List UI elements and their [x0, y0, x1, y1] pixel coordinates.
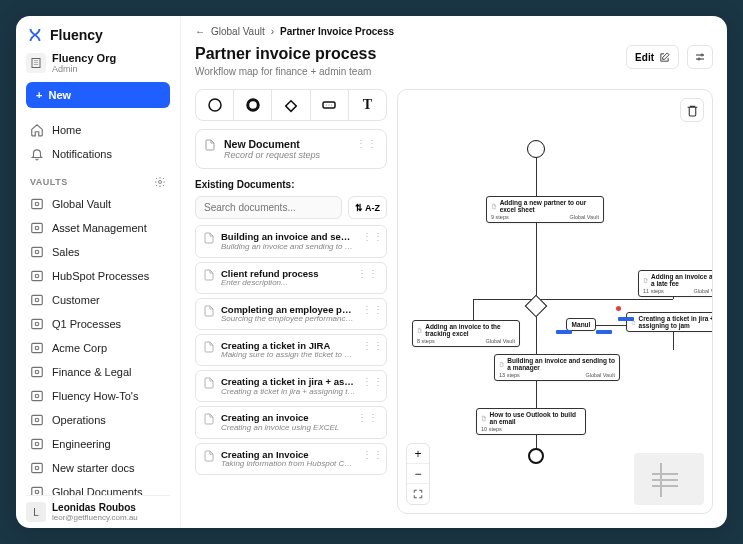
document-item[interactable]: Creating a ticket in JIRAMaking sure to … — [195, 334, 387, 366]
shape-rect[interactable] — [311, 90, 349, 120]
svg-rect-12 — [32, 319, 43, 328]
vault-item[interactable]: Asset Management — [26, 216, 170, 240]
end-node[interactable] — [528, 448, 544, 464]
document-item[interactable]: Creating an InvoiceTaking information fr… — [195, 443, 387, 475]
shape-diamond[interactable] — [272, 90, 310, 120]
fluency-logo-icon — [26, 26, 44, 44]
svg-point-31 — [248, 100, 259, 111]
vault-item[interactable]: HubSpot Processes — [26, 264, 170, 288]
vault-item[interactable]: Engineering — [26, 432, 170, 456]
document-item[interactable]: Completing an employee perform...Sourcin… — [195, 298, 387, 330]
drag-handle-icon[interactable]: ⋮⋮ — [362, 449, 384, 460]
svg-point-36 — [331, 105, 332, 106]
shape-toolbar: T — [195, 89, 387, 121]
vault-item[interactable]: Global Vault — [26, 192, 170, 216]
shape-circle-bold[interactable] — [234, 90, 272, 120]
settings-button[interactable] — [687, 45, 713, 69]
vault-icon — [30, 389, 44, 403]
org-name: Fluency Org — [52, 52, 116, 64]
drag-handle-icon[interactable]: ⋮⋮ — [362, 376, 384, 387]
flow-node[interactable]: Building an invoice and sending to a man… — [494, 354, 620, 381]
zoom-in-button[interactable]: + — [407, 444, 429, 464]
breadcrumb-parent[interactable]: Global Vault — [211, 26, 265, 37]
gear-icon[interactable] — [154, 176, 166, 188]
vault-item[interactable]: Finance & Legal — [26, 360, 170, 384]
svg-point-11 — [35, 298, 39, 302]
vault-item[interactable]: Fluency How-To's — [26, 384, 170, 408]
zoom-out-button[interactable]: − — [407, 464, 429, 484]
document-item[interactable]: Creating a ticket in jira + assignin...C… — [195, 370, 387, 402]
breadcrumb-current: Partner Invoice Process — [280, 26, 394, 37]
home-icon — [30, 123, 44, 137]
vault-item[interactable]: Acme Corp — [26, 336, 170, 360]
vault-item[interactable]: Sales — [26, 240, 170, 264]
sort-button[interactable]: ⇅ A-Z — [348, 196, 387, 219]
svg-point-3 — [35, 202, 39, 206]
start-node[interactable] — [527, 140, 545, 158]
file-icon — [203, 412, 215, 426]
shape-text[interactable]: T — [349, 90, 386, 120]
user-email: leor@getfluency.com.au — [52, 513, 138, 522]
file-icon — [203, 449, 215, 463]
nav-notifications[interactable]: Notifications — [26, 142, 170, 166]
sidebar: Fluency Fluency Org Admin + New Home Not… — [16, 16, 181, 528]
shape-circle-filled[interactable] — [196, 90, 234, 120]
flow-canvas[interactable]: Adding a new partner to our excel sheet … — [397, 89, 713, 514]
svg-point-27 — [35, 490, 39, 494]
back-icon[interactable]: ← — [195, 26, 205, 37]
document-item[interactable]: Client refund processEnter description..… — [195, 262, 387, 294]
page-title: Partner invoice process — [195, 45, 376, 63]
flow-node[interactable]: How to use Outlook to build an email 10 … — [476, 408, 586, 435]
flow-node[interactable]: Adding an invoice and a late fee 11 step… — [638, 270, 713, 297]
main-area: ← Global Vault › Partner Invoice Process… — [181, 16, 727, 528]
new-document-card[interactable]: New Document Record or request steps ⋮⋮ — [195, 129, 387, 169]
edit-button[interactable]: Edit — [626, 45, 679, 69]
minimap[interactable] — [634, 453, 704, 505]
vault-icon — [30, 437, 44, 451]
page-subtitle: Workflow map for finance + admin team — [195, 66, 376, 77]
drag-handle-icon[interactable]: ⋮⋮ — [362, 340, 384, 351]
vault-icon — [30, 221, 44, 235]
flow-node[interactable]: Creating a ticket in jira + assigning to… — [626, 312, 713, 332]
vault-list: Global Vault Asset Management Sales HubS… — [26, 192, 170, 495]
breadcrumb: ← Global Vault › Partner Invoice Process — [195, 26, 713, 37]
flow-node[interactable]: Adding a new partner to our excel sheet … — [486, 196, 604, 223]
flow-node[interactable]: Adding an invoice to the tracking excel … — [412, 320, 520, 347]
selection-handle[interactable] — [556, 330, 572, 334]
svg-point-30 — [209, 99, 221, 111]
file-icon — [203, 376, 215, 390]
svg-point-5 — [35, 226, 39, 230]
selection-handle[interactable] — [616, 306, 621, 311]
org-switcher[interactable]: Fluency Org Admin — [26, 52, 170, 74]
edit-icon — [659, 52, 670, 63]
zoom-fit-button[interactable] — [407, 484, 429, 504]
documents-panel: T New Document Record or request steps ⋮… — [195, 89, 387, 514]
vault-item[interactable]: Global Documents — [26, 480, 170, 495]
vault-item[interactable]: Customer — [26, 288, 170, 312]
file-icon — [203, 340, 215, 354]
current-user[interactable]: L Leonidas Roubos leor@getfluency.com.au — [26, 495, 170, 522]
svg-point-35 — [329, 105, 330, 106]
vault-icon — [30, 365, 44, 379]
file-icon — [203, 304, 215, 318]
vault-item[interactable]: New starter docs — [26, 456, 170, 480]
building-icon — [26, 53, 46, 73]
drag-handle-icon[interactable]: ⋮⋮ — [357, 412, 379, 423]
selection-handle[interactable] — [596, 330, 612, 334]
svg-rect-14 — [32, 343, 43, 352]
search-input[interactable] — [195, 196, 342, 219]
svg-point-1 — [159, 181, 162, 184]
new-button[interactable]: + New — [26, 82, 170, 108]
vault-item[interactable]: Operations — [26, 408, 170, 432]
drag-handle-icon[interactable]: ⋮⋮ — [357, 268, 379, 279]
drag-handle-icon[interactable]: ⋮⋮ — [356, 138, 378, 149]
vault-item[interactable]: Q1 Processes — [26, 312, 170, 336]
nav-home[interactable]: Home — [26, 118, 170, 142]
vault-icon — [30, 245, 44, 259]
document-item[interactable]: Creating an invoiceCreating an invoice u… — [195, 406, 387, 438]
drag-handle-icon[interactable]: ⋮⋮ — [362, 231, 384, 242]
document-item[interactable]: Building an invoice and sending t...Buil… — [195, 225, 387, 257]
drag-handle-icon[interactable]: ⋮⋮ — [362, 304, 384, 315]
user-name: Leonidas Roubos — [52, 502, 138, 513]
selection-handle[interactable] — [618, 317, 634, 321]
